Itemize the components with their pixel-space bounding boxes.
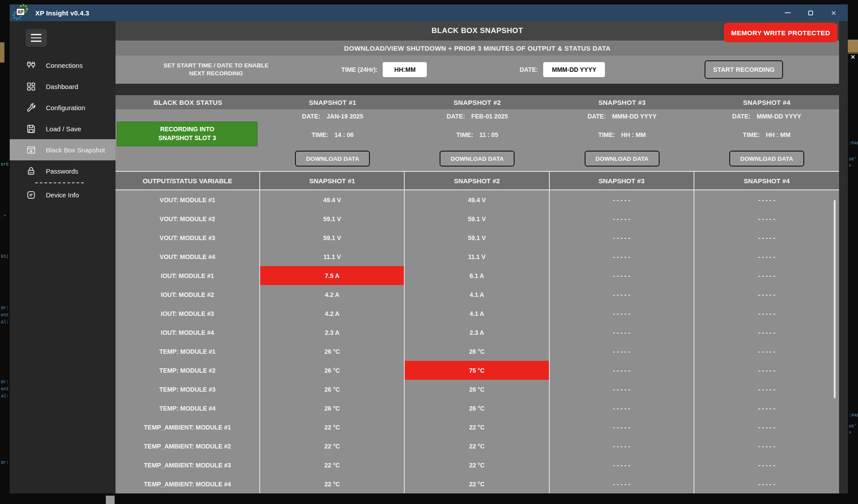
recording-status-box: RECORDING INTO SNAPSHOT SLOT 3 <box>117 122 257 146</box>
hamburger-menu-icon[interactable] <box>26 29 47 47</box>
sidebar-item-connections[interactable]: Connections <box>10 55 116 76</box>
row-value: - - - - - <box>694 456 839 474</box>
row-value: 22 °C <box>405 437 549 456</box>
row-value: 22 °C <box>405 418 549 437</box>
status-cell-empty <box>116 150 260 167</box>
status-cell-empty <box>116 113 260 120</box>
row-value: 22 °C <box>260 437 405 456</box>
snapshot-time: TIME:HH : MM <box>694 131 839 138</box>
download-cell: DOWNLOAD DATA <box>405 150 549 167</box>
snapshot-time: TIME:11 : 05 <box>405 131 549 138</box>
download-data-button-2[interactable]: DOWNLOAD DATA <box>440 151 515 167</box>
time-label: TIME: <box>743 131 760 138</box>
date-value: MMM-DD YYYY <box>612 113 657 120</box>
table-row: TEMP_AMBIENT: MODULE #122 °C22 °C- - - -… <box>116 418 839 437</box>
terminal-text-fragment: :PAR <box>849 141 858 146</box>
memory-write-protected-badge: MEMORY WRITE PROTECTED <box>724 23 837 42</box>
passwords-icon <box>26 166 36 176</box>
sidebar-item-dashboard[interactable]: Dashboard <box>10 76 116 97</box>
sidebar-item-label: Connections <box>46 62 82 69</box>
page-subtitle: DOWNLOAD/VIEW SHUTDOWN + PRIOR 3 MINUTES… <box>116 41 839 56</box>
row-value: 22 °C <box>405 474 549 493</box>
download-data-button-4[interactable]: DOWNLOAD DATA <box>729 151 804 167</box>
row-value: - - - - - <box>550 456 694 474</box>
row-value: - - - - - <box>550 380 694 399</box>
table-row: IOUT: MODULE #24.2 A4.1 A- - - - -- - - … <box>116 285 839 304</box>
row-value: 6.1 A <box>405 266 549 285</box>
terminal-text-fragment: al: <box>1 394 9 399</box>
row-variable: VOUT: MODULE #4 <box>116 247 260 266</box>
row-value: 26 °C <box>405 380 549 399</box>
load-save-icon <box>26 123 36 134</box>
table-row: VOUT: MODULE #411.1 V11.1 V- - - - -- - … <box>116 247 839 266</box>
row-value: - - - - - <box>694 323 839 342</box>
maximize-icon[interactable] <box>808 11 813 15</box>
row-value: 22 °C <box>405 456 549 474</box>
terminal-text-fragment: erE <box>1 162 9 167</box>
date-value: MMM-DD YYYY <box>757 113 801 120</box>
terminal-text-fragment: > <box>849 430 851 435</box>
row-value: 26 °C <box>405 399 549 418</box>
download-data-button-1[interactable]: DOWNLOAD DATA <box>295 151 370 167</box>
table-body: VOUT: MODULE #149.4 V49.4 V- - - - -- - … <box>116 190 839 493</box>
sidebar-item-device-info[interactable]: Device Info <box>10 184 116 205</box>
terminal-text-fragment: ent <box>1 313 9 318</box>
sidebar-item-configuration[interactable]: Configuration <box>10 97 116 118</box>
start-recording-button[interactable]: START RECORDING <box>705 60 783 79</box>
row-value: 49.4 V <box>260 190 405 209</box>
sidebar-item-label: Black Box Snapshot <box>46 146 105 154</box>
terminal-text-fragment: ue' <box>849 157 857 162</box>
row-value: 49.4 V <box>405 190 549 209</box>
row-variable: TEMP: MODULE #1 <box>116 342 260 361</box>
sidebar-item-load-save[interactable]: Load / Save <box>10 118 116 139</box>
snapshot-date: DATE:MMM-DD YYYY <box>694 113 839 120</box>
row-variable: TEMP: MODULE #3 <box>116 380 260 399</box>
row-value-alert: 7.5 A <box>260 266 405 285</box>
table-column-header: SNAPSHOT #3 <box>550 172 694 189</box>
date-value: FEB-01 2025 <box>471 113 508 120</box>
date-value: JAN-19 2025 <box>327 113 363 120</box>
titlebar[interactable]: XP XP Insight v0.4.3 ✕ <box>10 4 848 21</box>
app-window: XP XP Insight v0.4.3 ✕ ConnectionsDashbo… <box>10 4 848 493</box>
date-input[interactable] <box>543 62 605 77</box>
page-header: BLACK BOX SNAPSHOT MEMORY WRITE PROTECTE… <box>116 21 839 41</box>
table-column-header: SNAPSHOT #1 <box>260 172 405 189</box>
page-title: BLACK BOX SNAPSHOT <box>432 26 523 35</box>
window-title: XP Insight v0.4.3 <box>35 9 89 17</box>
time-input[interactable] <box>383 62 427 77</box>
status-section: DATE:JAN-19 2025DATE:FEB-01 2025DATE:MMM… <box>116 109 839 171</box>
row-value: - - - - - <box>550 209 694 228</box>
row-value: 4.1 A <box>405 304 549 323</box>
background-close-icon: ✕ <box>851 54 855 60</box>
sidebar-item-label: Load / Save <box>46 125 81 133</box>
terminal-text-fragment: :PAR <box>849 413 858 418</box>
dashboard-icon <box>26 81 36 92</box>
main-panel: BLACK BOX SNAPSHOT MEMORY WRITE PROTECTE… <box>116 21 839 493</box>
row-variable: TEMP_AMBIENT: MODULE #3 <box>116 456 260 474</box>
download-data-button-3[interactable]: DOWNLOAD DATA <box>585 151 660 167</box>
status-column-header: BLACK BOX STATUS <box>116 95 260 109</box>
section-separator <box>116 84 839 95</box>
sidebar-item-passwords[interactable]: Passwords <box>10 160 116 182</box>
table-scrollbar[interactable] <box>834 200 836 398</box>
date-label: DATE: <box>519 66 538 73</box>
close-icon[interactable]: ✕ <box>831 10 836 16</box>
minimize-icon[interactable] <box>785 12 791 13</box>
row-value: 59.1 V <box>260 209 405 228</box>
row-value: - - - - - <box>550 228 694 247</box>
row-variable: IOUT: MODULE #3 <box>116 304 260 323</box>
row-value: - - - - - <box>694 399 839 418</box>
sidebar-item-black-box-snapshot[interactable]: Black Box Snapshot <box>10 139 116 160</box>
table-row: VOUT: MODULE #359.1 V59.1 V- - - - -- - … <box>116 228 839 247</box>
row-value: 11.1 V <box>260 247 405 266</box>
table-row: TEMP_AMBIENT: MODULE #422 °C22 °C- - - -… <box>116 474 839 493</box>
desktop: { "window": { "title": "XP Insight v0.4.… <box>0 0 858 504</box>
status-column-headers: BLACK BOX STATUSSNAPSHOT #1SNAPSHOT #2SN… <box>116 95 839 109</box>
row-value: - - - - - <box>694 228 839 247</box>
row-value: - - - - - <box>694 209 839 228</box>
snapshot-time: TIME:14 : 06 <box>260 131 405 138</box>
window-edge <box>839 21 848 493</box>
row-value: - - - - - <box>694 474 839 493</box>
table-row: TEMP_AMBIENT: MODULE #322 °C22 °C- - - -… <box>116 456 839 474</box>
row-value: - - - - - <box>550 342 694 361</box>
